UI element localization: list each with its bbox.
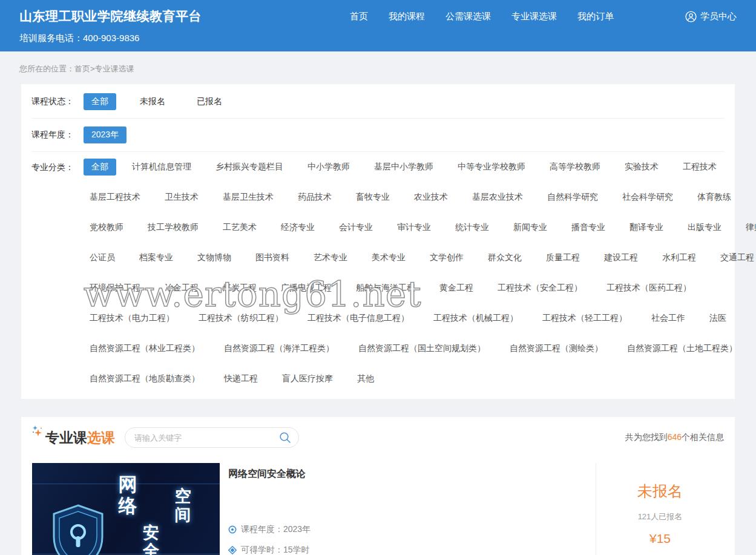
category-option[interactable]: 乡村振兴专题栏目 [215,162,283,172]
category-option[interactable]: 工程技术（医药工程） [606,283,691,294]
thumbnail-word: 网络 [119,475,137,516]
category-option[interactable]: 自然资源工程（国土空间规划类） [358,343,485,354]
category-option[interactable]: 审计专业 [397,222,431,233]
category-option[interactable]: 工程技术 [683,162,717,172]
category-option[interactable]: 船舶与海洋工程 [356,283,415,294]
category-option[interactable]: 统计专业 [455,222,489,233]
nav-item-0[interactable]: 首页 [350,11,368,22]
category-option[interactable]: 新闻专业 [513,222,547,233]
section-title: 专业课选课 [32,429,115,447]
category-option[interactable]: 工程技术（电子信息工程） [307,313,409,324]
category-option[interactable]: 工艺美术 [223,222,257,233]
category-option[interactable]: 自然资源工程（测绘类） [510,343,603,354]
breadcrumb-current: 专业课选课 [95,64,134,73]
status-option[interactable]: 已报名 [189,93,230,110]
category-option[interactable]: 图书资料 [255,252,289,263]
main-nav: 首页我的课程公需课选课专业课选课我的订单 [329,11,614,22]
filter-row-year: 课程年度： 2023年 [31,119,725,152]
year-option[interactable]: 2023年 [84,126,127,143]
course-info: 网络空间安全概论 课程年度：2023年 可得学时：15学时 [220,463,596,555]
category-option[interactable]: 自然科学研究 [547,192,598,203]
category-option[interactable]: 中小学教师 [307,162,350,172]
category-option[interactable]: 全部 [84,159,116,176]
magnifier-icon[interactable] [279,432,291,446]
nav-item-4[interactable]: 我的订单 [577,11,614,22]
category-option[interactable]: 体育教练 [697,192,731,203]
category-option[interactable]: 黄金工程 [439,283,473,294]
category-option[interactable]: 社会科学研究 [622,192,673,203]
category-option[interactable]: 计算机信息管理 [132,162,191,172]
category-option[interactable]: 基层农业技术 [472,192,523,203]
category-option[interactable]: 水利工程 [662,252,696,263]
category-option[interactable]: 档案专业 [139,252,173,263]
course-card[interactable]: 网络空间安全概论 网络空间安全概论 课程年度：2023年 可得学时：15学时 未… [21,456,735,555]
category-option[interactable]: 建设工程 [604,252,638,263]
category-option[interactable]: 农业技术 [414,192,448,203]
category-option[interactable]: 工程技术（轻工工程） [542,313,627,324]
course-thumbnail[interactable]: 网络空间安全概论 [32,463,220,555]
breadcrumb-separator: > [90,64,95,73]
course-hours-label: 可得学时：15学时 [241,545,310,555]
nav-item-1[interactable]: 我的课程 [389,11,425,22]
category-option[interactable]: 群众文化 [488,252,522,263]
diamond-icon [228,546,237,554]
category-option[interactable]: 文学创作 [430,252,464,263]
category-option[interactable]: 出版专业 [688,222,721,233]
category-option[interactable]: 质量工程 [546,252,580,263]
person-circle-icon [685,11,700,22]
search-input[interactable] [125,427,299,448]
breadcrumb-home-link[interactable]: 首页 [74,64,90,73]
category-row: 环境保护工程冶金工程煤炭工程广播电视工程船舶与海洋工程黄金工程工程技术（安全工程… [84,273,756,303]
category-option[interactable]: 党校教师 [90,222,123,233]
category-option[interactable]: 快递工程 [224,373,258,384]
filter-panel: 课程状态： 全部未报名已报名 课程年度： 2023年 专业分类： 全部计算机信息… [21,84,735,399]
category-option[interactable]: 冶金工程 [165,283,199,294]
status-option[interactable]: 未报名 [132,93,173,110]
category-option[interactable]: 中等专业学校教师 [458,162,525,172]
category-option[interactable]: 技工学校教师 [148,222,199,233]
nav-item-2[interactable]: 公需课选课 [445,11,491,22]
category-option[interactable]: 其他 [357,373,374,384]
category-option[interactable]: 公证员 [90,252,115,263]
category-option[interactable]: 工程技术（电力工程） [90,313,174,324]
category-option[interactable]: 法医 [709,313,726,324]
category-option[interactable]: 翻译专业 [629,222,663,233]
category-option[interactable]: 工程技术（机械工程） [433,313,518,324]
category-option[interactable]: 文物博物 [197,252,231,263]
category-option[interactable]: 自然资源工程（林业工程类） [90,343,200,354]
category-option[interactable]: 社会工作 [651,313,685,324]
status-option[interactable]: 全部 [84,93,116,110]
user-center-link[interactable]: 学员中心 [685,11,737,22]
category-row: 基层工程技术卫生技术基层卫生技术药品技术畜牧专业农业技术基层农业技术自然科学研究… [84,182,756,212]
category-option[interactable]: 播音专业 [571,222,605,233]
category-option[interactable]: 自然资源工程（地质勘查类） [90,373,200,384]
category-option[interactable]: 畜牧专业 [356,192,390,203]
category-option[interactable]: 实验技术 [625,162,659,172]
category-option[interactable]: 高等学校教师 [550,162,600,172]
filter-row-category: 专业分类： 全部计算机信息管理乡村振兴专题栏目中小学教师基层中小学教师中等专业学… [31,152,725,394]
category-option[interactable]: 会计专业 [339,222,373,233]
category-option[interactable]: 基层工程技术 [90,192,140,203]
circle-dot-icon [228,525,237,534]
category-option[interactable]: 美术专业 [372,252,406,263]
category-option[interactable]: 工程技术（纺织工程） [199,313,283,324]
category-option[interactable]: 工程技术（安全工程） [498,283,582,294]
category-option[interactable]: 自然资源工程（海洋工程类） [224,343,334,354]
category-option[interactable]: 盲人医疗按摩 [282,373,333,384]
category-option[interactable]: 艺术专业 [314,252,347,263]
category-option[interactable]: 交通工程 [720,252,754,263]
category-row: 自然资源工程（地质勘查类）快递工程盲人医疗按摩其他 [84,364,756,394]
category-option[interactable]: 基层卫生技术 [223,192,274,203]
category-option[interactable]: 自然资源工程（土地工程类） [627,343,737,354]
category-option[interactable]: 广播电视工程 [281,283,332,294]
category-option[interactable]: 律师 [746,222,756,233]
course-title[interactable]: 网络空间安全概论 [228,468,596,481]
nav-item-3[interactable]: 专业课选课 [511,11,557,22]
category-option[interactable]: 经济专业 [281,222,315,233]
category-option[interactable]: 卫生技术 [165,192,199,203]
category-option[interactable]: 煤炭工程 [223,283,257,294]
category-option[interactable]: 基层中小学教师 [374,162,433,172]
category-option[interactable]: 环境保护工程 [90,283,140,294]
result-count-prefix: 共为您找到 [625,432,668,442]
category-option[interactable]: 药品技术 [298,192,332,203]
